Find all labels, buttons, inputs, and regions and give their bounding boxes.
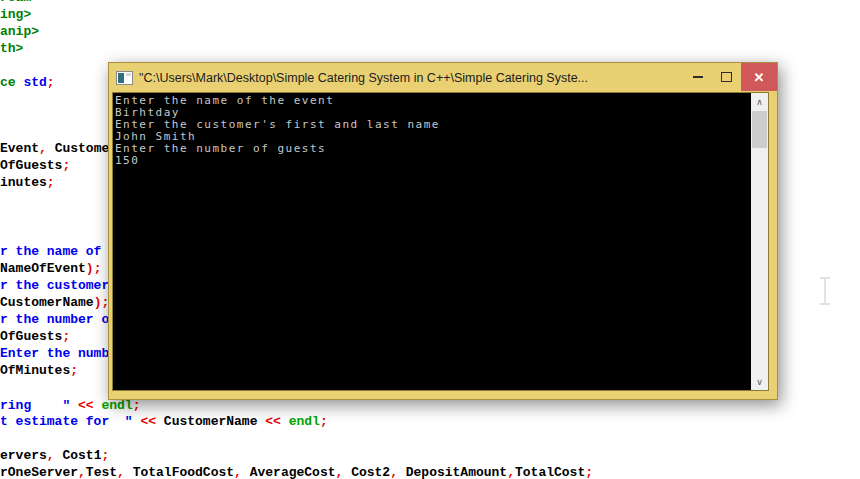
console-output[interactable]: Enter the name of the event Birhtday Ent… [113, 93, 768, 167]
code-line: ing> [0, 7, 31, 22]
ibeam-cursor-cap [820, 303, 830, 305]
code-line: ervers, Cost1; [0, 448, 109, 463]
maximize-icon [721, 72, 732, 82]
scrollbar-thumb[interactable] [752, 111, 767, 148]
code-line: rOneServer,Test, TotalFoodCost, AverageC… [0, 465, 593, 479]
code-line: CustomerName); [0, 295, 109, 310]
code-line: anip> [0, 24, 39, 39]
minimize-icon [693, 76, 703, 78]
ibeam-cursor-bar [824, 279, 826, 303]
code-line: NameOfEvent); [0, 261, 101, 276]
code-line: inutes; [0, 175, 55, 190]
code-line: OfGuests; [0, 329, 70, 344]
code-line: ream> [0, 0, 39, 5]
code-line: OfMinutes; [0, 363, 78, 378]
code-line: r the customer [0, 278, 109, 293]
console-client-area: Enter the name of the event Birhtday Ent… [112, 92, 769, 391]
scroll-up-icon[interactable]: ∧ [751, 93, 768, 110]
code-line: ce std; [0, 75, 55, 90]
code-line: th> [0, 41, 23, 56]
caption-buttons: ✕ [683, 63, 777, 91]
vertical-scrollbar[interactable]: ∧ ∨ [751, 93, 768, 390]
console-app-icon [116, 71, 133, 85]
close-button[interactable]: ✕ [741, 63, 777, 91]
console-app-icon-pane [118, 73, 124, 83]
minimize-button[interactable] [683, 63, 712, 91]
code-line: t estimate for " << CustomerName << endl… [0, 414, 328, 429]
code-line: r the number o [0, 312, 109, 327]
window-titlebar[interactable]: "C:\Users\Mark\Desktop\Simple Catering S… [109, 63, 777, 92]
console-window: "C:\Users\Mark\Desktop\Simple Catering S… [108, 62, 778, 400]
code-line: ring " << endl; [0, 398, 140, 413]
console-app-icon-strip [126, 73, 131, 76]
code-line: OfGuests; [0, 158, 70, 173]
code-line: Enter the numb [0, 346, 109, 361]
code-line: r the name of [0, 244, 101, 259]
window-title: "C:\Users\Mark\Desktop\Simple Catering S… [139, 71, 683, 85]
scroll-down-icon[interactable]: ∨ [751, 373, 768, 390]
maximize-button[interactable] [712, 63, 741, 91]
ibeam-cursor [818, 276, 832, 306]
